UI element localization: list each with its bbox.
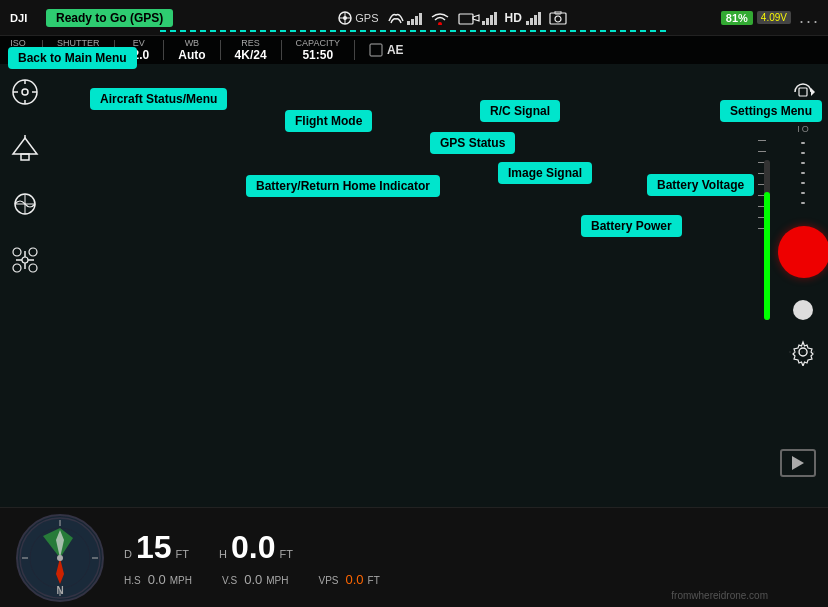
vs-unit: MPH [266, 575, 288, 586]
svg-rect-11 [370, 44, 382, 56]
dji-logo: DJI [8, 7, 40, 29]
annotation-settings-menu[interactable]: Settings Menu [720, 100, 822, 122]
height-label: H [219, 548, 227, 560]
annotation-gps-status[interactable]: GPS Status [430, 132, 515, 154]
svg-point-26 [29, 248, 37, 256]
telem-row-2: H.S 0.0 MPH V.S 0.0 MPH VPS 0.0 FT [124, 572, 380, 587]
svg-point-4 [343, 16, 347, 20]
height-value: 0.0 [231, 529, 275, 566]
svg-point-25 [13, 248, 21, 256]
attitude-indicator-button[interactable] [7, 74, 43, 110]
svg-text:DJI: DJI [10, 12, 27, 24]
capacity-setting: CAPACITY 51:50 [296, 38, 340, 62]
distance-value: 15 [136, 529, 172, 566]
svg-point-27 [13, 264, 21, 272]
camera-icon [458, 11, 497, 25]
photo-icon [549, 11, 567, 25]
wifi-signal-icon [430, 11, 450, 25]
annotation-flight-mode[interactable]: Flight Mode [285, 110, 372, 132]
top-bar: DJI Ready to Go (GPS) GPS [0, 0, 828, 36]
vps-label: VPS [319, 575, 339, 586]
hd-icon: HD [505, 11, 541, 25]
hs-value: 0.0 [148, 572, 166, 587]
svg-point-43 [57, 555, 63, 561]
annotation-battery-voltage[interactable]: Battery Voltage [647, 174, 754, 196]
svg-point-10 [555, 16, 561, 22]
ae-indicator[interactable]: AE [369, 43, 404, 57]
vps-item: VPS 0.0 FT [319, 572, 380, 587]
hs-item: H.S 0.0 MPH [124, 572, 192, 587]
svg-point-13 [22, 89, 28, 95]
return-home-button[interactable] [7, 130, 43, 166]
bottom-bar: N D 15 FT H 0.0 FT H.S 0.0 MPH V.S [0, 507, 828, 607]
annotation-battery-return-home[interactable]: Battery/Return Home Indicator [246, 175, 440, 197]
resolution-setting[interactable]: RES 4K/24 [235, 38, 267, 62]
playback-button[interactable] [780, 449, 816, 477]
hs-unit: MPH [170, 575, 192, 586]
svg-rect-31 [799, 88, 807, 96]
top-center-icons: GPS [183, 10, 720, 26]
annotation-battery-power[interactable]: Battery Power [581, 215, 682, 237]
record-button[interactable] [778, 226, 828, 278]
gps-icon-group[interactable]: GPS [337, 10, 378, 26]
svg-rect-18 [21, 154, 29, 160]
right-sidebar: I O [778, 64, 828, 507]
vs-label: V.S [222, 575, 237, 586]
slider-thumb[interactable] [793, 300, 813, 320]
svg-marker-30 [811, 88, 815, 96]
svg-rect-6 [459, 14, 473, 24]
separator [354, 40, 355, 60]
vs-item: V.S 0.0 MPH [222, 572, 289, 587]
wb-setting[interactable]: WB Auto [178, 38, 205, 62]
hs-label: H.S [124, 575, 141, 586]
annotation-rc-signal[interactable]: R/C Signal [480, 100, 560, 122]
waypoint-button[interactable] [7, 186, 43, 222]
annotation-image-signal[interactable]: Image Signal [498, 162, 592, 184]
battery-voltage-slider [758, 120, 776, 320]
more-menu-button[interactable]: ... [799, 7, 820, 28]
drone-view-button[interactable] [7, 242, 43, 278]
slider-fill [764, 192, 770, 320]
distance-label: D [124, 548, 132, 560]
battery-percentage: 81% [721, 11, 753, 25]
telemetry-panel: D 15 FT H 0.0 FT H.S 0.0 MPH V.S 0.0 MPH [124, 529, 380, 587]
top-connector-line [160, 30, 668, 32]
annotation-back-to-main-menu[interactable]: Back to Main Menu [8, 47, 137, 69]
play-triangle-icon [792, 456, 804, 470]
annotation-aircraft-status[interactable]: Aircraft Status/Menu [90, 88, 227, 110]
compass: N [16, 514, 104, 602]
distance-item: D 15 FT [124, 529, 189, 566]
compass-north-label: N [56, 585, 63, 596]
height-unit: FT [279, 548, 292, 560]
attribution: fromwhereidrone.com [671, 590, 768, 601]
settings-gear-button[interactable] [785, 334, 821, 370]
slider-track [764, 160, 770, 320]
rc-signal-icon-group [387, 11, 422, 25]
svg-point-28 [29, 264, 37, 272]
separator [281, 40, 282, 60]
height-item: H 0.0 FT [219, 529, 293, 566]
svg-marker-7 [473, 15, 479, 21]
left-sidebar [0, 64, 50, 507]
svg-point-29 [22, 257, 28, 263]
exposure-slider-ticks: I O [797, 124, 809, 204]
svg-point-5 [438, 22, 442, 25]
separator [220, 40, 221, 60]
gps-label: GPS [355, 12, 378, 24]
telem-row-1: D 15 FT H 0.0 FT [124, 529, 380, 566]
voltage-badge: 4.09V [757, 11, 791, 24]
vs-value: 0.0 [244, 572, 262, 587]
distance-unit: FT [176, 548, 189, 560]
vps-unit: FT [368, 575, 380, 586]
main-view [0, 64, 828, 507]
status-badge: Ready to Go (GPS) [46, 9, 173, 27]
vps-value: 0.0 [346, 572, 364, 587]
separator [163, 40, 164, 60]
